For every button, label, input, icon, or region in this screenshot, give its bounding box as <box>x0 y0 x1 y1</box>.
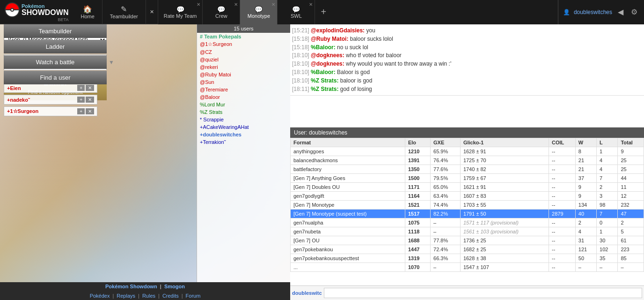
ladder-cell-total-11: 223 <box>618 245 644 254</box>
ladder-section: User: doubleswitches Format Elo GXE Glic… <box>290 128 644 285</box>
ladder-cell-coil-7: 2879 <box>549 210 576 218</box>
add-tab-btn[interactable]: + <box>315 0 332 24</box>
tab-swl-label: SWL <box>291 13 302 19</box>
ladder-cell-coil-3: -- <box>549 174 576 183</box>
ladder-cell-glicko-9: 1561 ± 103 (provisional) <box>460 227 549 236</box>
msg-user-7[interactable]: %Z Strats: <box>311 77 338 84</box>
ladder-tbody: anythinggoes121065.9%1628 ± 91--819balan… <box>291 147 644 272</box>
chat-msg-2: [15:18] @Ruby Matoi: baloor sucks lolol <box>292 35 642 43</box>
footer-pokedex-link[interactable]: Pokédex <box>90 293 110 299</box>
ladder-row-11: gen7pokebankou144772.4%1682 ± 25--121102… <box>291 245 644 254</box>
teambuilder-nav-btn[interactable]: ✎ Teambuilder <box>102 0 146 24</box>
ladder-cell-gxe-4: 65.0% <box>431 183 461 192</box>
ladder-header-row: Format Elo GXE Glicko-1 COIL W L Total <box>291 138 644 147</box>
tab-swl[interactable]: 💬 SWL ✕ <box>278 0 315 24</box>
user-icon: 👤 <box>563 9 570 15</box>
watch-battle-button[interactable]: Watch a battle <box>4 55 107 69</box>
ladder-cell-glicko-5: 1607 ± 83 <box>460 192 549 201</box>
arrow-left-icon[interactable]: ◀ <box>616 6 625 18</box>
footer: Pokémon Showdown | Smogon Pokédex | Repl… <box>0 282 290 300</box>
chat-icon-crew: 💬 <box>217 6 225 13</box>
ladder-cell-elo-9: 1118 <box>405 227 430 236</box>
footer-smogon-link[interactable]: Smogon <box>164 284 185 289</box>
username-label[interactable]: doubleswitches <box>574 9 612 15</box>
home-nav-btn[interactable]: 🏠 Home <box>73 0 102 24</box>
msg-text-5: why would you want to throw away a win :… <box>346 60 451 67</box>
logo-area[interactable]: Pokémon SHOWDOWN BETA <box>0 2 73 22</box>
user-area: 👤 doubleswitches ◀ ⚙ <box>558 0 644 24</box>
ladder-cell-coil-11: -- <box>549 245 576 254</box>
ladder-cell-elo-5: 1164 <box>405 192 430 201</box>
challenge-name-4: +1☆Surgeon <box>7 108 38 114</box>
ladder-cell-format-5: gen7godlygift <box>291 192 405 201</box>
ladder-cell-coil-10: -- <box>549 236 576 245</box>
tab-monotype-close[interactable]: ✕ <box>271 2 275 7</box>
ladder-cell-w-9: 4 <box>575 227 596 236</box>
msg-user-3[interactable]: %Baloor: <box>311 44 336 51</box>
ladder-button[interactable]: Ladder <box>4 40 107 53</box>
tab-crew-close[interactable]: ✕ <box>234 2 238 7</box>
tab-monotype[interactable]: 💬 Monotype ✕ <box>240 0 278 24</box>
chat-icon-rate: 💬 <box>176 6 184 13</box>
msg-user-1[interactable]: @explodinGdaisies: <box>311 27 365 34</box>
teambuilder-close-btn[interactable]: ✕ <box>146 0 158 24</box>
ladder-cell-w-12: 50 <box>575 254 596 263</box>
user-item-terrakion[interactable]: +Terrakion˜ <box>197 138 290 146</box>
tab-rate-label: Rate My Team <box>164 13 197 19</box>
ladder-cell-gxe-0: 65.9% <box>431 147 461 156</box>
ladder-cell-elo-10: 1688 <box>405 236 430 245</box>
ladder-row-2: battlefactory135077.6%1740 ± 82--21425 <box>291 165 644 174</box>
teambuilder-button[interactable]: Teambuilder <box>4 24 107 38</box>
find-user-button[interactable]: Find a user <box>4 71 107 84</box>
msg-user-8[interactable]: %Z Strats: <box>311 86 338 92</box>
ladder-cell-elo-0: 1210 <box>405 147 430 156</box>
ladder-cell-elo-8: 1075 <box>405 218 430 227</box>
challenge-add-btn-3[interactable]: + <box>77 97 85 103</box>
ladder-cell-l-9: 1 <box>597 227 618 236</box>
ladder-cell-glicko-0: 1628 ± 91 <box>460 147 549 156</box>
chat-input[interactable] <box>324 288 642 298</box>
bottom-buttons: Teambuilder Ladder Watch a battle Find a… <box>4 24 107 86</box>
col-gxe: GXE <box>431 138 461 147</box>
user-item-acake[interactable]: +ACakeWearingAHat <box>197 123 290 131</box>
teambuilder-icon: ✎ <box>121 5 127 14</box>
chat-username-label: doubleswitc <box>292 290 322 296</box>
tab-rate-close[interactable]: ✕ <box>197 2 200 7</box>
settings-icon[interactable]: ⚙ <box>629 6 639 18</box>
footer-credits-link[interactable]: Credits <box>162 293 179 299</box>
ladder-row-10: [Gen 7] OU168877.8%1736 ± 25--313061 <box>291 236 644 245</box>
user-item-zstrats[interactable]: %Z Strats <box>197 108 290 116</box>
challenge-add-btn-4[interactable]: + <box>77 108 85 114</box>
user-item-scrappie[interactable]: * Scrappie <box>197 116 290 123</box>
msg-user-6[interactable]: %Baloor: <box>311 69 336 75</box>
col-l: L <box>597 138 618 147</box>
footer-rules-link[interactable]: Rules <box>142 293 155 299</box>
ladder-cell-elo-1: 1391 <box>405 156 430 165</box>
left-panel: Format: [Gen 7] Monotype (suspect test) … <box>0 24 290 300</box>
ladder-cell-elo-12: 1319 <box>405 254 430 263</box>
logo-pokemon: Pokémon <box>22 3 68 9</box>
user-item-doubles[interactable]: +doubleswitches <box>197 131 290 138</box>
msg-time-5: [18:10] <box>292 60 309 67</box>
sep3: | <box>158 293 160 299</box>
ladder-cell-w-0: 8 <box>575 147 596 156</box>
ladder-cell-w-7: 40 <box>575 210 596 218</box>
footer-forum-link[interactable]: Forum <box>186 293 201 299</box>
team-expand-icon[interactable]: ▼ <box>109 59 114 66</box>
msg-user-4[interactable]: @dogknees: <box>311 52 344 59</box>
tab-swl-close[interactable]: ✕ <box>309 2 313 7</box>
ladder-cell-coil-12: -- <box>549 254 576 263</box>
tab-rate-my-team[interactable]: 💬 Rate My Team ✕ <box>158 0 203 24</box>
chat-section: [15:21] @explodinGdaisies: you [15:18] @… <box>290 24 644 128</box>
msg-user-2[interactable]: @Ruby Matoi: <box>311 36 348 42</box>
footer-brand-link[interactable]: Pokémon Showdown <box>105 284 157 289</box>
challenge-x-btn-3[interactable]: ✕ <box>86 97 94 103</box>
tab-crew[interactable]: 💬 Crew ✕ <box>203 0 240 24</box>
ladder-cell-glicko-3: 1759 ± 67 <box>460 174 549 183</box>
msg-user-5[interactable]: @dogknees: <box>311 60 344 67</box>
challenge-item-4: +1☆Surgeon + ✕ <box>4 106 97 116</box>
ladder-cell-elo-4: 1171 <box>405 183 430 192</box>
challenge-x-btn-4[interactable]: ✕ <box>86 108 94 114</box>
footer-replays-link[interactable]: Replays <box>117 293 135 299</box>
tab-crew-label: Crew <box>215 13 227 19</box>
